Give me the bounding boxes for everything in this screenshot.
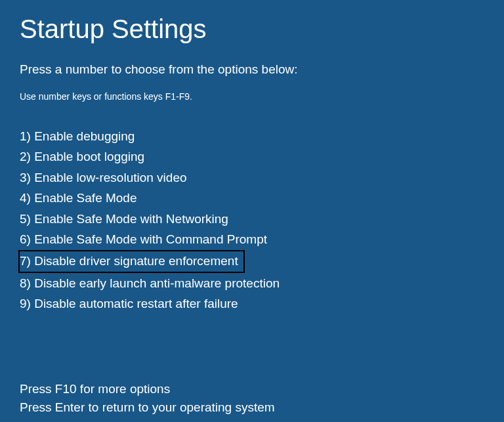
option-5[interactable]: 5) Enable Safe Mode with Networking (20, 209, 228, 229)
page-title: Startup Settings (20, 14, 484, 44)
option-4[interactable]: 4) Enable Safe Mode (20, 188, 137, 208)
prompt-text: Press a number to choose from the option… (20, 62, 484, 77)
option-2[interactable]: 2) Enable boot logging (20, 147, 144, 167)
option-9[interactable]: 9) Disable automatic restart after failu… (20, 294, 238, 314)
footer-more-options: Press F10 for more options (20, 380, 484, 399)
footer: Press F10 for more options Press Enter t… (20, 380, 484, 417)
option-7[interactable]: 7) Disable driver signature enforcement (18, 250, 245, 272)
footer-return-os: Press Enter to return to your operating … (20, 398, 484, 417)
hint-text: Use number keys or functions keys F1-F9. (20, 91, 484, 102)
option-6[interactable]: 6) Enable Safe Mode with Command Prompt (20, 230, 267, 249)
option-3[interactable]: 3) Enable low-resolution video (20, 168, 187, 188)
option-8[interactable]: 8) Disable early launch anti-malware pro… (20, 274, 280, 293)
option-1[interactable]: 1) Enable debugging (20, 127, 135, 146)
options-list: 1) Enable debugging2) Enable boot loggin… (20, 127, 484, 314)
